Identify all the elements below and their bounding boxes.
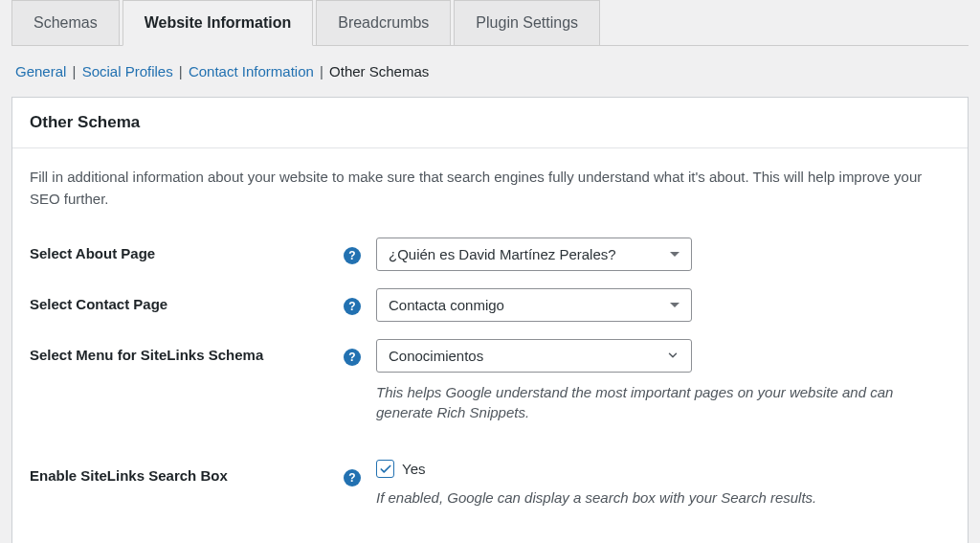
row-about-page: Select About Page ? ¿Quién es David Mart… <box>12 220 968 271</box>
help-icon[interactable]: ? <box>344 349 361 366</box>
caret-down-icon <box>670 303 679 307</box>
row-sitelinks-menu: Select Menu for SiteLinks Schema ? Conoc… <box>12 322 968 424</box>
label-sitelinks-menu: Select Menu for SiteLinks Schema <box>30 339 336 363</box>
select-contact-page-value: Contacta conmigo <box>389 297 504 313</box>
checkbox-label-yes[interactable]: Yes <box>402 461 425 477</box>
chevron-down-icon <box>666 349 679 362</box>
main-tabs: Schemas Website Information Breadcrumbs … <box>11 0 969 46</box>
subtab-other-schemas[interactable]: Other Schemas <box>329 63 429 79</box>
help-icon[interactable]: ? <box>344 469 361 486</box>
panel-description: Fill in additional information about you… <box>12 148 968 220</box>
row-contact-page: Select Contact Page ? Contacta conmigo <box>12 271 968 322</box>
label-sitelinks-searchbox: Enable SiteLinks Search Box <box>30 460 336 484</box>
select-about-page[interactable]: ¿Quién es David Martínez Perales? <box>376 238 692 271</box>
tab-schemas[interactable]: Schemas <box>11 0 120 45</box>
check-icon <box>379 463 392 476</box>
help-icon[interactable]: ? <box>344 247 361 264</box>
help-icon[interactable]: ? <box>344 298 361 315</box>
tab-breadcrumbs[interactable]: Breadcrumbs <box>316 0 451 45</box>
subtab-separator: | <box>318 63 325 79</box>
select-about-page-value: ¿Quién es David Martínez Perales? <box>389 246 616 262</box>
subtab-social-profiles[interactable]: Social Profiles <box>82 63 173 79</box>
tab-plugin-settings[interactable]: Plugin Settings <box>454 0 600 45</box>
select-sitelinks-menu-value: Conocimientos <box>389 348 483 364</box>
subtab-separator: | <box>177 63 185 79</box>
row-sitelinks-searchbox: Enable SiteLinks Search Box ? Yes If ena… <box>12 423 968 509</box>
caret-down-icon <box>670 252 679 257</box>
checkbox-sitelinks-searchbox[interactable] <box>376 460 394 478</box>
helper-sitelinks-searchbox: If enabled, Google can display a search … <box>376 487 950 509</box>
sub-tabs: General | Social Profiles | Contact Info… <box>11 59 969 97</box>
label-contact-page: Select Contact Page <box>30 288 336 312</box>
subtab-general[interactable]: General <box>15 63 66 79</box>
helper-sitelinks-menu: This helps Google understand the most im… <box>376 382 950 424</box>
subtab-contact-information[interactable]: Contact Information <box>189 63 314 79</box>
tab-website-information[interactable]: Website Information <box>122 0 314 46</box>
label-about-page: Select About Page <box>30 238 336 261</box>
subtab-separator: | <box>71 63 78 79</box>
settings-panel: Other Schema Fill in additional informat… <box>11 97 969 543</box>
select-contact-page[interactable]: Contacta conmigo <box>376 288 692 322</box>
panel-title: Other Schema <box>12 98 968 148</box>
select-sitelinks-menu[interactable]: Conocimientos <box>376 339 692 373</box>
